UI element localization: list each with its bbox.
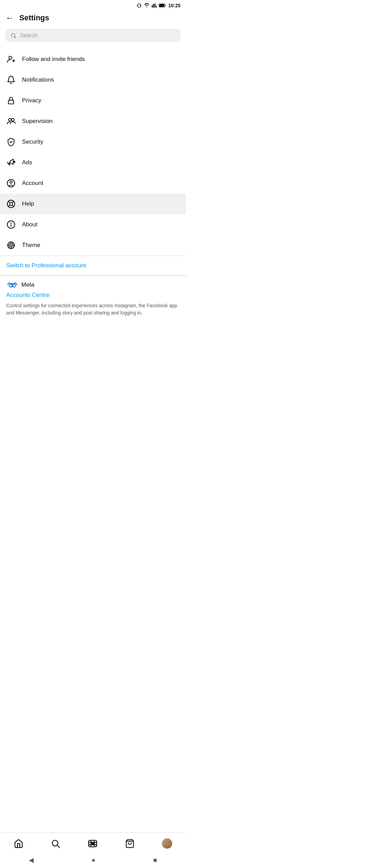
supervision-icon [6,116,16,126]
menu-label-theme: Theme [22,242,40,249]
search-icon [10,32,17,39]
battery-icon [159,3,166,8]
back-button[interactable]: ← [6,13,14,23]
svg-point-13 [10,203,13,206]
menu-item-security[interactable]: Security [0,132,186,152]
svg-point-5 [9,56,12,59]
svg-point-22 [10,244,12,247]
meta-label: Meta [21,281,34,288]
svg-rect-6 [8,100,13,104]
menu-item-help[interactable]: Help [0,194,186,214]
menu-item-supervision[interactable]: Supervision [0,111,186,132]
megaphone-icon [6,158,16,167]
svg-point-11 [10,181,12,184]
svg-line-4 [14,37,16,38]
svg-point-9 [14,162,14,162]
menu-item-follow-friends[interactable]: Follow and invite friends [0,49,186,70]
meta-logo-icon [6,281,19,288]
svg-line-16 [12,205,14,207]
add-person-icon [6,54,16,64]
menu-label-privacy: Privacy [22,97,41,104]
search-placeholder-text: Search [20,32,38,39]
professional-account-link[interactable]: Switch to Professional account [0,256,186,275]
status-time: 10:25 [168,3,180,8]
meta-description: Control settings for connected experienc… [6,302,180,317]
svg-rect-2 [159,4,164,7]
menu-label-about: About [22,221,37,228]
theme-icon [6,240,16,250]
svg-line-17 [8,205,10,207]
lock-icon [6,96,16,105]
menu-label-help: Help [22,200,34,207]
menu-item-theme[interactable]: Theme [0,235,186,256]
page-title: Settings [19,13,49,22]
signal-icon [152,3,157,8]
status-bar: 10:25 [0,0,186,10]
menu-item-ads[interactable]: Ads [0,152,186,173]
menu-label-account: Account [22,180,43,187]
svg-line-14 [8,201,10,203]
account-circle-icon [6,178,16,188]
svg-point-8 [12,118,14,121]
svg-line-15 [12,201,14,203]
menu-label-supervision: Supervision [22,118,53,125]
header: ← Settings [0,10,186,29]
vibrate-icon [136,3,142,8]
settings-menu: Follow and invite friends Notifications … [0,49,186,256]
menu-label-security: Security [22,138,43,145]
shield-icon [6,137,16,147]
menu-item-account[interactable]: Account [0,173,186,194]
menu-item-notifications[interactable]: Notifications [0,70,186,90]
svg-rect-0 [138,4,141,8]
menu-label-notifications: Notifications [22,76,54,83]
info-icon [6,220,16,229]
menu-label-follow-friends: Follow and invite friends [22,56,85,63]
svg-point-23 [9,243,13,248]
wifi-icon [144,3,150,8]
meta-logo: Meta [6,281,180,288]
accounts-centre-link[interactable]: Accounts Centre [6,292,180,299]
svg-point-7 [9,118,11,121]
bell-icon [6,75,16,85]
help-icon [6,199,16,209]
menu-item-privacy[interactable]: Privacy [0,90,186,111]
menu-label-ads: Ads [22,159,32,166]
search-bar[interactable]: Search [6,29,180,42]
meta-section: Meta Accounts Centre Control settings fo… [0,276,186,320]
menu-item-about[interactable]: About [0,214,186,235]
search-container: Search [0,29,186,49]
